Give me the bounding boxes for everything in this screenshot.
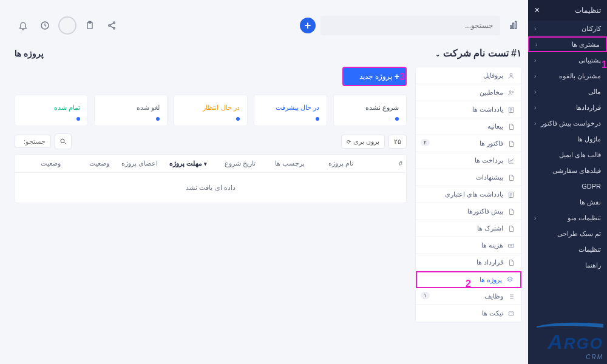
customer-tab-13[interactable]: وظایف۱	[416, 288, 521, 305]
customer-tab-label: مخاطبین	[480, 89, 503, 96]
settings-item-label: تنظیمات منو	[568, 214, 601, 222]
list-icon	[507, 292, 515, 301]
table-search-button[interactable]	[55, 133, 72, 149]
status-card-0[interactable]: شروع نشده	[333, 95, 407, 126]
settings-item-5[interactable]: قراردادها‹	[528, 99, 607, 115]
table-column-6[interactable]: وضعیت	[64, 155, 114, 172]
table-column-2[interactable]: برچسب ها	[260, 155, 309, 172]
customer-tab-label: یادداشت های اعتباری	[445, 190, 503, 198]
customer-tab-9[interactable]: اشترک ها	[416, 220, 521, 237]
customer-tab-label: یادداشت ها	[472, 106, 503, 113]
table-column-3[interactable]: تاریخ شروع	[211, 155, 260, 172]
customer-tab-3[interactable]: بیعانیه	[416, 118, 521, 135]
avatar[interactable]	[58, 16, 76, 35]
add-button[interactable]: +	[300, 18, 316, 33]
svg-rect-14	[509, 244, 514, 247]
projects-panel: + پروژه جدید شروع نشدهدر حال پیشرفتدر حا…	[15, 67, 407, 203]
cash-icon	[507, 241, 515, 250]
customer-tab-5[interactable]: پرداخت ها	[416, 152, 521, 169]
customer-tab-label: پیش فاکتورها	[467, 207, 503, 215]
table-column-1[interactable]: نام پروژه	[308, 155, 358, 172]
badge: ۱	[421, 292, 430, 299]
export-select[interactable]: برون بری ⟳	[341, 135, 385, 149]
customer-tab-1[interactable]: مخاطبین	[416, 84, 521, 101]
page-size-select[interactable]: ۲۵	[388, 135, 407, 149]
bell-icon[interactable]	[15, 17, 32, 34]
brand-logo: ARGO CRM	[537, 319, 603, 360]
chevron-left-icon: ‹	[534, 73, 536, 79]
customer-tab-0[interactable]: پروفایل	[416, 67, 521, 84]
topbar: +	[15, 15, 522, 36]
close-icon[interactable]: ×	[534, 5, 540, 16]
customer-tab-2[interactable]: یادداشت ها	[416, 101, 521, 118]
search-input[interactable]	[328, 21, 493, 30]
customer-tab-11[interactable]: قرارداد ها	[416, 254, 521, 271]
search-container	[320, 16, 500, 35]
settings-item-7[interactable]: ماژول ها	[528, 131, 607, 147]
chevron-left-icon: ‹	[534, 57, 536, 64]
projects-table: #نام پروژهبرچسب هاتاریخ شروعمهلت پروژهاع…	[15, 154, 407, 203]
table-column-0[interactable]: #	[358, 155, 407, 172]
note-icon	[507, 106, 515, 114]
ticket-icon	[507, 309, 515, 318]
settings-item-6[interactable]: درخواست پیش فاکتور‹	[528, 115, 607, 131]
svg-point-5	[114, 27, 115, 29]
customer-tab-label: فاکتور ها	[480, 140, 503, 147]
table-column-5[interactable]: اعضای پروژه	[113, 155, 162, 172]
chevron-left-icon: ‹	[534, 25, 536, 32]
settings-item-4[interactable]: مالی‹	[528, 84, 607, 99]
settings-item-0[interactable]: کارکنان‹	[528, 21, 607, 36]
settings-item-10[interactable]: GDPR	[528, 178, 607, 194]
doc-icon	[507, 207, 515, 216]
customer-tab-label: قرارداد ها	[476, 258, 503, 266]
customer-tab-label: بیعانیه	[487, 123, 503, 130]
status-card-2[interactable]: در حال انتظار	[174, 95, 247, 126]
settings-item-15[interactable]: راهنما	[528, 257, 607, 273]
table-search-input[interactable]	[15, 135, 51, 148]
settings-item-13[interactable]: تم سبک طراحی	[528, 226, 607, 241]
customer-tab-label: پرداخت ها	[475, 157, 503, 164]
table-column-4[interactable]: مهلت پروژه	[162, 155, 211, 172]
doc-icon	[507, 258, 515, 267]
settings-item-label: مالی	[588, 88, 601, 96]
clock-icon[interactable]	[36, 17, 53, 34]
settings-item-label: تنظیمات	[578, 246, 601, 254]
settings-item-label: نقش ها	[580, 198, 601, 206]
settings-item-2[interactable]: پشتیبانی‹	[528, 52, 607, 68]
settings-item-label: تم سبک طراحی	[557, 230, 601, 238]
customer-tab-14[interactable]: تیکت ها	[416, 305, 521, 322]
settings-item-12[interactable]: تنظیمات منو‹	[528, 210, 607, 226]
svg-point-4	[109, 25, 110, 27]
settings-item-label: GDPR	[582, 183, 601, 190]
status-card-3[interactable]: لغو شده	[94, 95, 168, 126]
customer-tab-4[interactable]: فاکتور ها۲	[416, 135, 521, 152]
table-column-7[interactable]: وضعیت	[15, 155, 64, 172]
customer-tab-6[interactable]: پیشنهادات	[416, 169, 521, 186]
svg-point-10	[509, 90, 511, 92]
settings-item-1[interactable]: مشتری ها‹	[528, 36, 607, 52]
settings-item-11[interactable]: نقش ها	[528, 194, 607, 210]
chevron-down-icon[interactable]: ⌄	[435, 51, 440, 58]
customer-tab-8[interactable]: پیش فاکتورها	[416, 203, 521, 220]
chart-icon[interactable]	[505, 17, 522, 34]
customer-tab-label: هزینه ها	[481, 241, 503, 249]
settings-item-8[interactable]: قالب های ایمیل	[528, 147, 607, 163]
doc-icon	[507, 174, 515, 182]
status-card-4[interactable]: تمام شده	[15, 95, 88, 126]
settings-item-label: ماژول ها	[577, 135, 601, 143]
share-icon[interactable]	[103, 17, 120, 34]
new-project-button[interactable]: + پروژه جدید	[342, 67, 407, 86]
chevron-left-icon: ‹	[534, 104, 536, 111]
table-header: #نام پروژهبرچسب هاتاریخ شروعمهلت پروژهاع…	[15, 155, 406, 173]
customer-tab-10[interactable]: هزینه ها	[416, 237, 521, 254]
status-cards: شروع نشدهدر حال پیشرفتدر حال انتظارلغو ش…	[15, 95, 407, 126]
settings-sidebar: تنظیمات × کارکنان‹مشتری ها‹پشتیبانی‹مشتر…	[528, 0, 607, 364]
settings-item-14[interactable]: تنظیمات	[528, 241, 607, 257]
settings-item-label: درخواست پیش فاکتور	[541, 120, 601, 127]
customer-tab-label: اشترک ها	[477, 224, 503, 232]
settings-item-9[interactable]: فیلدهای سفارشی	[528, 163, 607, 178]
status-card-1[interactable]: در حال پیشرفت	[254, 95, 327, 126]
settings-item-3[interactable]: مشتریان بالقوه‹	[528, 68, 607, 84]
customer-tab-7[interactable]: یادداشت های اعتباری	[416, 186, 521, 203]
clipboard-icon[interactable]	[81, 17, 98, 34]
